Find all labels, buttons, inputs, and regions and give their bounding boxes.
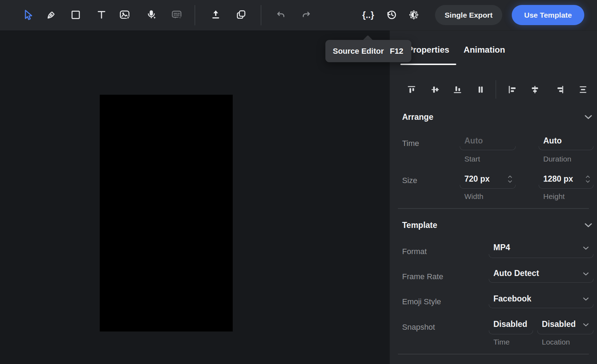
tooltip-shortcut: F12 (390, 47, 403, 56)
ai-voiceover-tool-button[interactable] (144, 7, 159, 23)
frame-rate-dropdown[interactable]: Auto Detect (489, 268, 593, 283)
width-stepper[interactable] (507, 174, 513, 185)
toolbar-divider-2 (261, 5, 261, 25)
pen-tool-button[interactable] (44, 7, 59, 23)
duration-sublabel: Duration (543, 155, 571, 163)
align-left-button[interactable] (505, 82, 519, 96)
ai-captions-tool-button[interactable] (169, 7, 185, 23)
upload-button[interactable] (208, 7, 224, 23)
undo-icon (276, 9, 287, 20)
align-left-icon (508, 85, 517, 94)
height-field[interactable]: 1280 px (539, 173, 593, 189)
upload-icon (210, 9, 221, 20)
align-center-icon (530, 85, 540, 94)
snapshot-label: Snapshot (402, 323, 435, 332)
use-template-button[interactable]: Use Template (512, 5, 584, 25)
snapshot-location-chevron (583, 322, 589, 328)
ai-image-icon (119, 9, 131, 21)
duration-value[interactable]: Auto (539, 135, 593, 147)
arrange-collapse-chevron[interactable] (583, 113, 593, 121)
template-section-header[interactable]: Template (390, 217, 597, 233)
text-icon (96, 9, 107, 20)
emoji-style-dropdown[interactable]: Facebook (489, 293, 593, 308)
tab-animation-label: Animation (464, 45, 505, 55)
ai-captions-icon (171, 9, 183, 21)
video-composition[interactable] (100, 95, 233, 331)
align-right-button[interactable] (552, 82, 567, 96)
emoji-style-underline (489, 304, 593, 308)
tooltip-label: Source Editor (333, 47, 384, 56)
appearance-settings-button[interactable] (406, 7, 422, 23)
size-label: Size (402, 176, 417, 185)
text-tool-button[interactable] (94, 7, 109, 23)
time-duration-field[interactable]: Auto (539, 135, 593, 150)
start-field-underline (460, 146, 516, 150)
redo-button[interactable] (298, 7, 314, 23)
version-history-button[interactable] (384, 7, 399, 23)
version-history-icon (386, 9, 398, 21)
select-tool-button[interactable] (20, 7, 35, 23)
arrange-title: Arrange (402, 112, 433, 122)
snapshot-time-field[interactable]: Disabled (489, 318, 533, 334)
snapshot-location-dropdown[interactable]: Disabled (537, 318, 593, 334)
time-label: Time (402, 139, 419, 148)
emoji-style-label: Emoji Style (402, 297, 441, 306)
single-export-button[interactable]: Single Export (435, 5, 502, 25)
duplicate-button[interactable] (233, 7, 249, 23)
tab-animation[interactable]: Animation (459, 41, 510, 58)
format-value: MP4 (489, 241, 593, 254)
snapshot-time-underline (489, 330, 533, 334)
video-editor-app: {..} Single Export Use Template (0, 0, 597, 364)
source-editor-tooltip: Source Editor F12 (325, 40, 411, 62)
format-label: Format (402, 247, 427, 256)
template-collapse-chevron[interactable] (583, 221, 593, 229)
align-right-icon (555, 85, 564, 94)
section-divider-2 (398, 354, 589, 354)
frame-rate-value: Auto Detect (489, 268, 593, 279)
properties-panel: Properties Animation (390, 30, 597, 364)
align-top-button[interactable] (404, 82, 418, 96)
distribute-horizontal-button[interactable] (473, 82, 487, 96)
format-underline (489, 254, 593, 258)
align-bottom-icon (453, 85, 462, 94)
rectangle-icon (70, 9, 81, 20)
time-start-field[interactable] (460, 135, 516, 150)
start-input[interactable] (460, 135, 516, 147)
frame-rate-label: Frame Rate (402, 272, 443, 281)
shape-tool-button[interactable] (68, 7, 83, 23)
align-top-icon (407, 85, 416, 94)
emoji-style-dropdown-chevron (583, 296, 589, 302)
canvas-area[interactable] (0, 30, 390, 364)
width-field[interactable]: 720 px (460, 173, 516, 189)
undo-button[interactable] (273, 7, 289, 23)
start-sublabel: Start (464, 155, 480, 163)
duplicate-icon (236, 9, 247, 20)
frame-rate-dropdown-chevron (583, 271, 589, 277)
appearance-contrast-icon (407, 8, 420, 21)
align-bottom-button[interactable] (450, 82, 464, 96)
redo-icon (300, 9, 312, 20)
height-sublabel: Height (543, 192, 565, 201)
pen-icon (46, 9, 57, 20)
align-center-button[interactable] (528, 82, 542, 96)
arrange-section-header[interactable]: Arrange (390, 109, 597, 125)
top-toolbar: {..} Single Export Use Template (0, 0, 597, 30)
emoji-style-value: Facebook (489, 293, 593, 305)
section-divider-1 (398, 208, 589, 209)
snapshot-time-value[interactable]: Disabled (489, 318, 533, 331)
source-editor-button[interactable]: {..} (360, 7, 376, 23)
height-stepper[interactable] (585, 174, 591, 185)
snapshot-location-sublabel: Location (542, 338, 570, 346)
distribute-vertical-button[interactable] (576, 82, 590, 96)
snapshot-time-sublabel: Time (493, 338, 510, 346)
ai-image-tool-button[interactable] (117, 7, 133, 23)
align-row-divider (495, 80, 496, 99)
use-template-label: Use Template (524, 11, 572, 19)
distribute-horizontal-icon (476, 85, 485, 94)
select-cursor-icon (22, 9, 34, 21)
template-title: Template (402, 221, 437, 230)
format-dropdown[interactable]: MP4 (489, 241, 593, 258)
distribute-vertical-icon (578, 85, 588, 94)
snapshot-location-underline (537, 330, 593, 334)
align-middle-button[interactable] (428, 82, 442, 96)
